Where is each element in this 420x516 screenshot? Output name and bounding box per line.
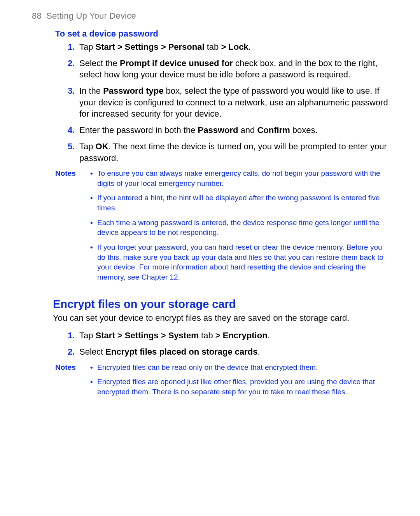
page-number: 88 <box>32 11 42 21</box>
bold-text: > Encryption <box>215 331 268 340</box>
note-item: Each time a wrong password is entered, t… <box>89 218 388 238</box>
body-text: boxes. <box>290 125 318 135</box>
notes-label: Notes <box>55 168 89 287</box>
body-text: Tap <box>79 142 96 151</box>
body-text: . <box>258 347 260 357</box>
note-item: Encrypted files are opened just like oth… <box>89 377 388 397</box>
notes-block-2: Notes Encrypted files can be read only o… <box>55 362 388 402</box>
section-intro: You can set your device to encrypt files… <box>53 312 388 324</box>
notes-label: Notes <box>55 362 89 402</box>
body-text: In the <box>79 86 103 96</box>
body-text: Select <box>79 347 105 357</box>
step-item: Enter the password in both the Password … <box>69 124 388 136</box>
body-text: . The next time the device is turned on,… <box>79 142 387 163</box>
subheading-set-password: To set a device password <box>55 29 388 39</box>
step-item: Select Encrypt files placed on storage c… <box>69 346 388 358</box>
body-text: tab <box>205 42 221 52</box>
body-text: . <box>248 42 251 52</box>
body-text: Tap <box>79 42 96 52</box>
step-item: Tap Start > Settings > Personal tab > Lo… <box>69 41 388 53</box>
bold-text: Password <box>198 125 238 135</box>
bold-text: > Lock <box>221 42 248 52</box>
note-item: To ensure you can always make emergency … <box>89 168 388 188</box>
body-text: tab <box>199 331 215 340</box>
body-text: . <box>268 331 270 340</box>
steps-list-2: Tap Start > Settings > System tab > Encr… <box>69 330 388 357</box>
note-item: If you entered a hint, the hint will be … <box>89 193 388 213</box>
notes-list-1: To ensure you can always make emergency … <box>89 168 388 287</box>
notes-list-2: Encrypted files can be read only on the … <box>89 362 388 402</box>
page-title: Setting Up Your Device <box>46 11 136 21</box>
bold-text: Prompt if device unused for <box>120 58 233 68</box>
notes-block-1: Notes To ensure you can always make emer… <box>55 168 388 287</box>
step-item: Tap OK. The next time the device is turn… <box>69 141 388 164</box>
bold-text: Confirm <box>257 125 290 135</box>
body-text: and <box>238 125 257 135</box>
step-item: Tap Start > Settings > System tab > Encr… <box>69 330 388 341</box>
note-item: Encrypted files can be read only on the … <box>89 362 388 373</box>
page-header: 88 Setting Up Your Device <box>32 11 388 21</box>
bold-text: Password type <box>103 86 163 96</box>
page: 88 Setting Up Your Device To set a devic… <box>0 0 420 402</box>
bold-text: OK <box>96 142 108 151</box>
heading-encrypt: Encrypt files on your storage card <box>53 298 388 311</box>
body-text: Enter the password in both the <box>79 125 198 135</box>
body-text: Select the <box>79 58 120 68</box>
bold-text: Start > Settings > System <box>96 331 199 340</box>
note-item: If you forget your password, you can har… <box>89 242 388 282</box>
step-item: In the Password type box, select the typ… <box>69 85 388 120</box>
step-item: Select the Prompt if device unused for c… <box>69 58 388 80</box>
steps-list-1: Tap Start > Settings > Personal tab > Lo… <box>69 41 388 164</box>
bold-text: Encrypt files placed on storage cards <box>105 347 257 357</box>
bold-text: Start > Settings > Personal <box>96 42 205 52</box>
body-text: Tap <box>79 331 96 340</box>
